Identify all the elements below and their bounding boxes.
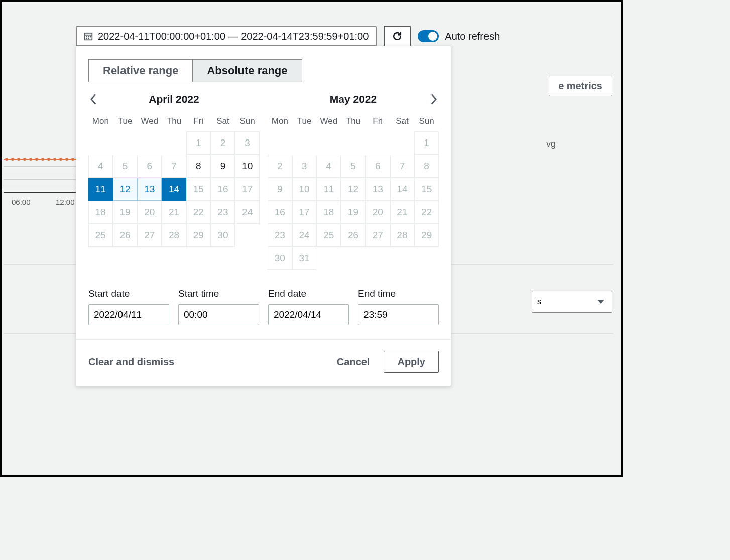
calendar-day-empty: [316, 131, 341, 155]
calendar-day[interactable]: 2: [211, 131, 235, 155]
interval-dropdown-partial[interactable]: s: [532, 291, 612, 313]
calendar-day[interactable]: 20: [366, 201, 390, 224]
calendar-day[interactable]: 4: [88, 155, 113, 178]
calendar-day[interactable]: 2: [268, 155, 292, 178]
calendar-day[interactable]: 15: [186, 178, 211, 201]
metrics-button-partial[interactable]: e metrics: [549, 76, 612, 96]
svg-point-1: [5, 158, 8, 161]
svg-point-2: [11, 158, 14, 161]
calendar-day[interactable]: 26: [113, 224, 138, 247]
calendar-day-empty: [113, 131, 138, 155]
calendar-day[interactable]: 6: [137, 155, 162, 178]
calendar-day[interactable]: 12: [341, 178, 366, 201]
calendar-day[interactable]: 29: [186, 224, 211, 247]
start-time-input[interactable]: [178, 304, 259, 325]
calendar-day[interactable]: 7: [162, 155, 186, 178]
refresh-button[interactable]: [384, 26, 411, 47]
calendar-day[interactable]: 23: [211, 201, 235, 224]
calendar-day[interactable]: 27: [137, 224, 162, 247]
calendar-day[interactable]: 12: [113, 178, 138, 201]
calendar-day[interactable]: 16: [268, 201, 292, 224]
calendar-day[interactable]: 30: [268, 247, 292, 270]
calendar-day[interactable]: 25: [316, 224, 341, 247]
calendar-day[interactable]: 15: [414, 178, 439, 201]
chevron-down-icon: [597, 300, 604, 304]
calendar-day-empty: [366, 131, 390, 155]
calendar-day-empty: [390, 247, 415, 270]
apply-button[interactable]: Apply: [384, 351, 439, 373]
calendar-day[interactable]: 7: [390, 155, 415, 178]
calendar-day[interactable]: 27: [366, 224, 390, 247]
chart-axis-fragment: [4, 192, 77, 193]
calendar-day[interactable]: 9: [211, 155, 235, 178]
calendar-day[interactable]: 28: [390, 224, 415, 247]
calendar-day[interactable]: 30: [211, 224, 235, 247]
calendar-day[interactable]: 1: [414, 131, 439, 155]
calendar-day[interactable]: 13: [366, 178, 390, 201]
calendar-day[interactable]: 3: [292, 155, 317, 178]
calendar-day[interactable]: 16: [211, 178, 235, 201]
calendar-day-empty: [162, 131, 186, 155]
calendar-day[interactable]: 28: [162, 224, 186, 247]
calendar-day[interactable]: 11: [88, 178, 113, 201]
cancel-button[interactable]: Cancel: [337, 356, 370, 368]
calendar-day[interactable]: 29: [414, 224, 439, 247]
date-range-button[interactable]: 2022-04-11T00:00:00+01:00 — 2022-04-14T2…: [76, 26, 377, 46]
calendar-day[interactable]: 21: [390, 201, 415, 224]
calendar-day[interactable]: 26: [341, 224, 366, 247]
calendar-day[interactable]: 22: [186, 201, 211, 224]
calendar-day[interactable]: 8: [186, 155, 211, 178]
calendar-day-empty: [366, 247, 390, 270]
calendar-day[interactable]: 18: [88, 201, 113, 224]
weekday-label: Fri: [366, 114, 390, 131]
calendar-day[interactable]: 10: [235, 155, 260, 178]
auto-refresh-toggle[interactable]: [418, 30, 439, 42]
calendar-day[interactable]: 8: [414, 155, 439, 178]
calendar-day-empty: [88, 131, 113, 155]
end-date-input[interactable]: [268, 304, 349, 325]
calendar-day[interactable]: 9: [268, 178, 292, 201]
calendar-day[interactable]: 14: [390, 178, 415, 201]
clear-dismiss-button[interactable]: Clear and dismiss: [88, 356, 174, 368]
calendar-day[interactable]: 24: [235, 201, 260, 224]
calendar-day[interactable]: 17: [235, 178, 260, 201]
prev-month-button[interactable]: [86, 92, 100, 106]
calendar-day[interactable]: 5: [341, 155, 366, 178]
svg-point-11: [65, 158, 68, 161]
calendar-day[interactable]: 19: [341, 201, 366, 224]
calendar-day[interactable]: 31: [292, 247, 317, 270]
tab-relative-range[interactable]: Relative range: [88, 59, 192, 82]
next-month-button[interactable]: [427, 92, 441, 106]
axis-tick-0600: 06:00: [12, 198, 31, 206]
calendar-day[interactable]: 6: [366, 155, 390, 178]
calendar-day[interactable]: 5: [113, 155, 138, 178]
calendar-month-right: May 2022 MonTueWedThuFriSatSun 123456789…: [268, 93, 439, 270]
calendar-day[interactable]: 3: [235, 131, 260, 155]
weekdays-row-left: MonTueWedThuFriSatSun: [88, 114, 260, 131]
calendar-day[interactable]: 14: [162, 178, 186, 201]
calendar-day[interactable]: 19: [113, 201, 138, 224]
calendar-day[interactable]: 23: [268, 224, 292, 247]
calendar-day[interactable]: 21: [162, 201, 186, 224]
calendar-day[interactable]: 11: [316, 178, 341, 201]
calendar-day[interactable]: 18: [316, 201, 341, 224]
calendar-day[interactable]: 13: [137, 178, 162, 201]
svg-point-9: [53, 158, 56, 161]
weekday-label: Fri: [186, 114, 211, 131]
calendar-day[interactable]: 10: [292, 178, 317, 201]
calendar-day[interactable]: 1: [186, 131, 211, 155]
calendar-months: April 2022 MonTueWedThuFriSatSun 1234567…: [88, 93, 439, 270]
calendar-day[interactable]: 24: [292, 224, 317, 247]
tab-absolute-range[interactable]: Absolute range: [192, 59, 302, 82]
metrics-button-label: e metrics: [558, 80, 602, 91]
dropdown-label-fragment: s: [537, 297, 541, 306]
end-time-input[interactable]: [358, 304, 439, 325]
start-date-input[interactable]: [88, 304, 169, 325]
calendar-day[interactable]: 25: [88, 224, 113, 247]
calendar-day[interactable]: 20: [137, 201, 162, 224]
calendar-day[interactable]: 22: [414, 201, 439, 224]
calendar-day[interactable]: 4: [316, 155, 341, 178]
calendar-day[interactable]: 17: [292, 201, 317, 224]
days-grid-right: 1234567891011121314151617181920212223242…: [268, 131, 439, 270]
weekday-label: Sun: [414, 114, 439, 131]
